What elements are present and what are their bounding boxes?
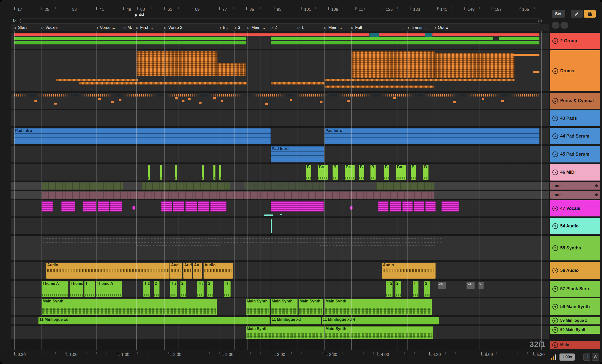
track-header-percs[interactable]: ≡Percs & Cymbal (550, 93, 600, 109)
clip[interactable]: 2 (395, 281, 401, 297)
clip[interactable]: B (384, 165, 389, 180)
clip[interactable]: Theme A (96, 281, 122, 297)
clip[interactable] (324, 86, 434, 88)
track-collapse-icon[interactable]: ▾ (552, 170, 558, 175)
arrangement-overview-scrollbar[interactable]: ▷ ◁ (20, 19, 542, 23)
clip[interactable] (199, 102, 202, 104)
clip[interactable]: B (411, 165, 416, 180)
clip[interactable]: Audio (46, 263, 170, 279)
clip[interactable] (182, 100, 184, 102)
track-row-midi46[interactable] (11, 164, 549, 181)
clip[interactable]: T 2 (386, 281, 393, 297)
clip[interactable]: Theme A (42, 281, 68, 297)
clip[interactable] (271, 201, 324, 212)
track-collapse-icon[interactable]: ▾ (552, 133, 558, 139)
clip[interactable] (136, 51, 217, 76)
clip[interactable] (513, 54, 539, 56)
clip[interactable] (43, 242, 443, 243)
clip[interactable]: Main Synth (324, 326, 433, 339)
clip[interactable] (347, 100, 350, 102)
clip[interactable]: B (306, 165, 311, 180)
arrangement-timeline[interactable]: Pad IntroPad IntroPad IntroBBaBBaBBBBaBB… (0, 0, 602, 364)
clip[interactable]: 11 Minilogue xd 4 (322, 317, 439, 324)
clip[interactable]: B (359, 165, 364, 180)
clip[interactable] (376, 182, 434, 190)
clip[interactable] (43, 238, 443, 239)
clip[interactable] (390, 201, 401, 212)
clip[interactable]: Main Synth (324, 299, 432, 315)
track-header-pad45[interactable]: ▾45 Pad Serum (550, 146, 600, 162)
track-width-button[interactable]: W (592, 353, 599, 361)
clip[interactable] (148, 165, 150, 180)
clip[interactable]: T 2 (170, 281, 177, 297)
locator-main[interactable]: ▷Main ... (247, 24, 265, 31)
clip[interactable] (110, 201, 122, 212)
clip[interactable]: 11 Minilogue xd (271, 317, 321, 324)
clip[interactable]: Aud (170, 263, 182, 279)
locator-first[interactable]: ▷First ... (136, 24, 153, 31)
locator-1[interactable]: ▷1 (298, 24, 304, 31)
track-expand-icon[interactable]: ▸ (552, 318, 558, 323)
clip[interactable] (202, 165, 204, 180)
locator-3[interactable]: ▷3 (234, 24, 240, 31)
clip[interactable] (320, 245, 435, 246)
set-button[interactable]: Set (552, 10, 565, 18)
clip[interactable] (393, 97, 396, 99)
time-ruler[interactable]: 0:301:001:302:002:303:003:304:004:305:00… (0, 350, 602, 364)
clip[interactable]: Main Synth (42, 299, 217, 315)
clip[interactable] (142, 182, 230, 190)
clip[interactable] (271, 41, 539, 44)
clip[interactable] (42, 192, 434, 199)
clip[interactable] (14, 37, 246, 40)
locator-full[interactable]: ▷Full (351, 24, 362, 31)
clip[interactable] (98, 201, 109, 212)
track-collapse-icon[interactable]: ▾ (552, 286, 558, 292)
clip[interactable] (185, 201, 197, 212)
clip[interactable] (264, 214, 273, 216)
clip[interactable] (378, 201, 388, 212)
locator-m[interactable]: ▷M. (124, 24, 132, 31)
clip[interactable]: Ba (345, 165, 355, 180)
track-fold-icon[interactable]: ≡ (552, 98, 558, 104)
clip[interactable] (499, 37, 539, 40)
locator-b[interactable]: ▷B.. (219, 24, 228, 31)
clip[interactable] (280, 214, 282, 215)
time-signature-marker[interactable]: 4/4 (135, 13, 144, 18)
clip[interactable] (14, 41, 246, 44)
clip[interactable]: 24 (438, 282, 446, 289)
clip[interactable] (324, 79, 515, 81)
lock-button[interactable] (584, 10, 596, 18)
track-collapse-icon[interactable]: ▾ (552, 268, 558, 273)
clip[interactable] (501, 100, 504, 102)
track-fold-icon[interactable]: ≡ (552, 68, 558, 74)
clip[interactable]: Pad Intro (324, 128, 539, 144)
arrangement-end-marker-icon[interactable]: ◁ (538, 19, 540, 23)
track-header-main58[interactable]: ▾58 Main Synth (550, 298, 600, 315)
track-fold-icon[interactable]: ≡ (552, 116, 558, 121)
track-fold-icon[interactable]: ≡ (552, 206, 558, 211)
forward-button[interactable]: → (560, 22, 568, 29)
zoom-level-badge[interactable]: 1.00x (559, 353, 575, 361)
clip[interactable] (61, 201, 75, 212)
track-header-pad44[interactable]: ▾44 Pad Serum (550, 128, 600, 144)
clip[interactable]: Main Synth (246, 299, 270, 315)
clip[interactable] (175, 97, 178, 99)
clip[interactable]: 11 Minilogue xd (38, 317, 270, 324)
track-height-button[interactable]: H (583, 353, 590, 361)
clip[interactable] (221, 100, 223, 102)
clip[interactable]: 2 (207, 281, 213, 297)
clip[interactable]: Pad Intro (14, 128, 271, 144)
clip[interactable] (213, 97, 216, 99)
clip[interactable] (217, 63, 246, 76)
clip[interactable] (42, 182, 123, 190)
clip[interactable] (351, 51, 435, 78)
track-collapse-icon[interactable]: ▾ (552, 151, 558, 157)
clip[interactable] (175, 165, 177, 180)
clip[interactable] (83, 201, 96, 212)
track-collapse-icon[interactable]: ▾ (552, 223, 558, 229)
clip[interactable] (265, 103, 268, 105)
clip[interactable]: Th (197, 281, 204, 297)
track-collapse-icon[interactable]: ▾ (552, 304, 558, 310)
clip[interactable] (213, 165, 215, 180)
clip[interactable]: T (84, 281, 95, 297)
